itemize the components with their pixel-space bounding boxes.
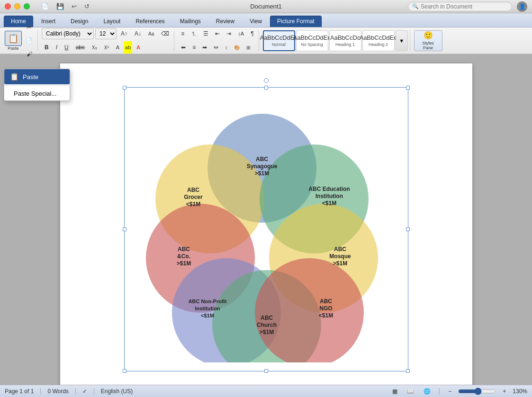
strikethrough-button[interactable]: abc [73,41,88,54]
copy-button[interactable]: 📄 [23,35,36,47]
tab-view[interactable]: View [243,16,269,27]
numbering-button[interactable]: ⒈ [188,27,199,40]
decrease-font-button[interactable]: A↓ [132,27,144,40]
save-icon[interactable]: 💾 [54,2,66,11]
superscript-button[interactable]: X² [101,41,112,54]
style-no-spacing[interactable]: AaBbCcDdEe No Spacing [296,30,328,51]
clipboard-group: 📋 Paste ✂ 📄 🖌 [3,30,38,51]
search-bar[interactable]: 🔍 [408,2,512,11]
search-icon: 🔍 [412,3,419,9]
clear-format-button[interactable]: ⌫ [158,27,172,40]
layout-view-button[interactable]: ▦ [389,385,400,397]
style-heading2[interactable]: AaBbCcDdEe Heading 2 [362,30,395,51]
paste-button[interactable]: 📋 [5,31,22,46]
styles-pane-button[interactable]: 🙂 StylesPane [414,30,442,51]
change-case-button[interactable]: Aa [145,27,157,40]
minimize-button[interactable] [14,3,20,9]
style-normal[interactable]: AaBbCcDdEe Normal [263,30,295,51]
text-color-button[interactable]: A [134,41,143,54]
italic-button[interactable]: I [53,41,60,54]
subscript-button[interactable]: X₂ [89,41,100,54]
undo-icon[interactable]: ↩ [70,2,79,11]
font-family-select[interactable]: Calibri (Body) [42,28,94,39]
decrease-indent-button[interactable]: ⇤ [212,27,223,40]
sort-button[interactable]: ↕A [235,27,247,40]
format-painter-button[interactable]: 🖌 [23,48,36,60]
tab-references[interactable]: References [128,16,171,27]
search-input[interactable] [421,3,501,10]
style-normal-preview: AaBbCcDdEe [260,34,298,41]
status-separator-3 [94,388,94,395]
svg-text:NGO: NGO [319,305,332,312]
doc-icon[interactable]: 📄 [39,2,51,11]
svg-text:ABC: ABC [187,187,199,193]
svg-text:ABC: ABC [261,315,273,321]
tab-design[interactable]: Design [63,16,95,27]
multilevel-list-button[interactable]: ☰ [200,27,211,40]
svg-text:Church: Church [257,322,277,328]
svg-text:>$1M: >$1M [333,260,347,267]
svg-text:<$1M: <$1M [201,313,214,318]
underline-button[interactable]: U [62,41,72,54]
tab-review[interactable]: Review [209,16,242,27]
font-size-select[interactable]: 12 [95,28,117,39]
zoom-out-button[interactable]: − [445,385,454,397]
align-right-button[interactable]: ➡ [199,41,210,54]
styles-pane-group: 🙂 StylesPane [412,30,444,51]
zoom-in-button[interactable]: + [500,385,509,397]
web-view-button[interactable]: 🌐 [421,385,433,397]
paste-menu-item[interactable]: 📋 Paste [4,69,70,84]
zoom-level: 130% [513,388,527,395]
paragraph-group: ≡ ⒈ ☰ ⇤ ⇥ ↕A ¶ ⬅ ≡ ➡ ⇔ ↕ 🎨 ⊞ [176,30,259,51]
word-count: 0 Words [47,388,68,395]
style-heading2-preview: AaBbCcDdEe [359,34,397,41]
tab-picture-format[interactable]: Picture Format [270,16,322,27]
paste-special-menu-item[interactable]: Paste Special... [4,87,70,100]
zoom-slider[interactable] [458,388,496,395]
increase-indent-button[interactable]: ⇥ [224,27,234,40]
tab-insert[interactable]: Insert [34,16,63,27]
tab-layout[interactable]: Layout [96,16,127,27]
paste-label: Paste [8,46,18,51]
handle-bottom-left[interactable] [123,369,126,373]
bullets-button[interactable]: ≡ [178,27,187,40]
handle-top-right[interactable] [406,86,410,90]
profile-icon[interactable]: 👤 [517,1,527,12]
handle-bottom-right[interactable] [406,369,410,373]
handle-middle-right[interactable] [406,227,410,231]
style-heading1-preview: AaBbCcDc [330,34,361,41]
read-view-button[interactable]: 📖 [404,385,417,397]
paste-menu-icon: 📋 [10,72,19,81]
maximize-button[interactable] [24,3,30,9]
handle-bottom-center[interactable] [264,369,268,373]
svg-text:<$1M: <$1M [322,200,336,207]
image-selection-box[interactable]: ABC Grocer <$1M ABC Synagogue >$1M ABC E… [124,87,408,371]
line-spacing-button[interactable]: ↕ [222,41,230,54]
close-button[interactable] [5,3,11,9]
svg-text:Grocer: Grocer [184,194,203,200]
increase-font-button[interactable]: A↑ [118,27,130,40]
bold-button[interactable]: B [42,41,52,54]
emoji-face-icon: 🙂 [424,31,433,40]
font-color-button[interactable]: A [113,41,122,54]
svg-text:>$1M: >$1M [254,170,269,177]
cut-button[interactable]: ✂ [23,21,36,34]
more-styles-button[interactable]: ▼ [396,30,408,51]
svg-text:ABC: ABC [256,156,268,162]
language: English (US) [101,388,133,395]
style-heading1[interactable]: AaBbCcDc Heading 1 [329,30,361,51]
rotate-handle[interactable] [264,78,269,83]
highlight-button[interactable]: ab [124,41,132,54]
style-heading1-label: Heading 1 [335,42,355,47]
ribbon-tabs: Home Insert Design Layout References Mai… [0,13,532,27]
show-marks-button[interactable]: ¶ [248,27,256,40]
svg-text:&Co.: &Co. [177,253,190,260]
redo-icon[interactable]: ↺ [82,2,91,11]
justify-button[interactable]: ⇔ [211,41,221,54]
align-center-button[interactable]: ≡ [189,41,198,54]
tab-mailings[interactable]: Mailings [173,16,208,27]
borders-button[interactable]: ⊞ [243,41,253,54]
shading-button[interactable]: 🎨 [231,41,243,54]
align-left-button[interactable]: ⬅ [178,41,189,54]
proofing-icon[interactable]: ✓ [82,388,87,395]
